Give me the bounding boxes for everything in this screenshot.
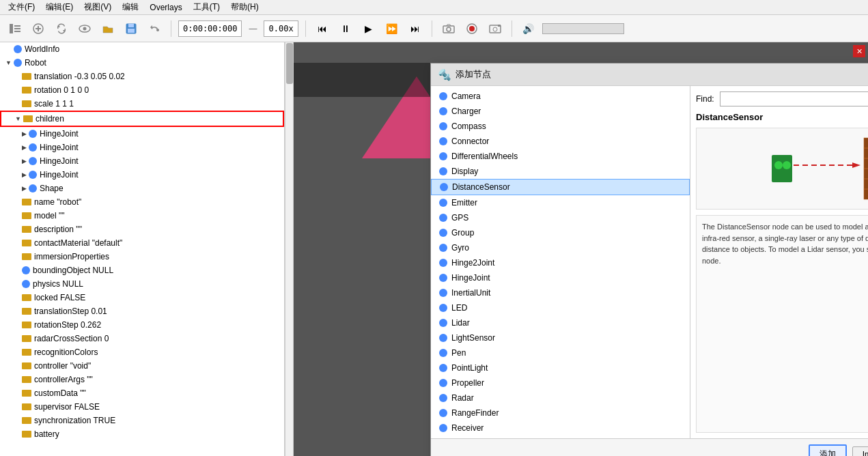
dialog-list-item[interactable]: Connector: [431, 134, 690, 149]
camera-button[interactable]: [439, 19, 458, 38]
menu-item-edit2[interactable]: 编辑: [122, 1, 139, 13]
tree-item-2[interactable]: translation -0.3 0.05 0.02: [0, 70, 284, 83]
tree-label: controllerArgs "": [34, 375, 93, 384]
tree-item-27[interactable]: synchronization TRUE: [0, 414, 284, 427]
dialog-list-item[interactable]: InertialUnit: [431, 285, 690, 300]
tree-arrow: ▶: [22, 171, 27, 178]
save-button[interactable]: [122, 19, 141, 38]
scrollbar-thumb[interactable]: [286, 43, 293, 84]
menu-item-edit[interactable]: 编辑(E): [46, 1, 73, 13]
dialog-body: CameraChargerCompassConnectorDifferentia…: [431, 86, 868, 438]
dialog-list-item[interactable]: Emitter: [431, 195, 690, 210]
tree-item-14[interactable]: contactMaterial "default": [0, 236, 284, 250]
tree-item-9[interactable]: ▶HingeJoint: [0, 168, 284, 182]
menu-item-file[interactable]: 文件(F): [8, 1, 35, 13]
find-input[interactable]: [720, 91, 868, 106]
dialog-list-item[interactable]: GPS: [431, 210, 690, 225]
menu-item-view[interactable]: 视图(V): [84, 1, 111, 13]
step-back-button[interactable]: ⏮: [313, 19, 332, 38]
fast-forward-button[interactable]: ⏩: [382, 19, 402, 38]
sidebar-toggle-button[interactable]: [5, 19, 25, 38]
list-icon: [439, 319, 447, 327]
scene-tree-panel: WorldInfo▼Robottranslation -0.3 0.05 0.0…: [0, 42, 294, 456]
menu-item-overlays[interactable]: Overlays: [150, 3, 182, 12]
refresh-button[interactable]: [52, 19, 71, 38]
tree-item-4[interactable]: scale 1 1 1: [0, 97, 284, 111]
tree-icon-folder: [23, 115, 33, 122]
dialog-list-item[interactable]: Pen: [431, 345, 690, 360]
menu-item-tools[interactable]: 工具(T): [193, 1, 220, 13]
tree-item-26[interactable]: supervisor FALSE: [0, 400, 284, 414]
tree-item-7[interactable]: ▶HingeJoint: [0, 141, 284, 154]
tree-item-5[interactable]: ▼children: [0, 111, 284, 127]
tree-item-20[interactable]: rotationStep 0.262: [0, 318, 284, 332]
dialog-list-item[interactable]: Propeller: [431, 375, 690, 390]
tree-item-10[interactable]: ▶Shape: [0, 182, 284, 195]
tree-icon-folder: [22, 308, 31, 315]
screenshot-button[interactable]: [486, 19, 505, 38]
tree-item-17[interactable]: physics NULL: [0, 277, 284, 291]
dialog-list-item[interactable]: LightSensor: [431, 330, 690, 345]
dialog-list-item[interactable]: Lidar: [431, 315, 690, 330]
dialog-list-item[interactable]: PointLight: [431, 360, 690, 375]
dialog-list-item[interactable]: HingeJoint: [431, 270, 690, 285]
tree-item-16[interactable]: boundingObject NULL: [0, 263, 284, 277]
tree-item-22[interactable]: recognitionColors: [0, 345, 284, 359]
tree-item-19[interactable]: translationStep 0.01: [0, 304, 284, 318]
dialog-list-item[interactable]: Compass: [431, 119, 690, 134]
tree-icon-folder: [22, 226, 31, 233]
record-button[interactable]: [462, 19, 481, 38]
tree-label: HingeJoint: [40, 170, 79, 180]
tree-item-13[interactable]: description "": [0, 223, 284, 236]
tree-item-12[interactable]: model "": [0, 209, 284, 223]
volume-button[interactable]: 🔊: [519, 19, 538, 38]
dialog-list-item[interactable]: DifferentialWheels: [431, 149, 690, 164]
dialog-list-item[interactable]: LED: [431, 300, 690, 315]
tree-scrollbar[interactable]: [285, 42, 293, 456]
tree-item-3[interactable]: rotation 0 1 0 0: [0, 83, 284, 97]
tree-item-24[interactable]: controllerArgs "": [0, 373, 284, 386]
tree-item-15[interactable]: immersionProperties: [0, 250, 284, 263]
tree-item-23[interactable]: controller "void": [0, 359, 284, 373]
dialog-list-item[interactable]: Display: [431, 164, 690, 179]
menu-item-help[interactable]: 帮助(H): [231, 1, 259, 13]
dialog-list-item[interactable]: Group: [431, 225, 690, 240]
dialog-list-item[interactable]: Radar: [431, 390, 690, 405]
add-node-button[interactable]: 添加: [809, 444, 847, 456]
dialog-list-item[interactable]: Hinge2Joint: [431, 255, 690, 270]
tree-item-21[interactable]: radarCrossSection 0: [0, 332, 284, 345]
dialog-list-item[interactable]: RangeFinder: [431, 405, 690, 421]
tree-item-1[interactable]: ▼Robot: [0, 56, 284, 70]
import-button[interactable]: Import...: [852, 446, 868, 457]
dialog-title-area: 🔩 添加节点: [438, 68, 491, 81]
dialog-list-item[interactable]: Camera: [431, 89, 690, 104]
play-button[interactable]: ▶: [359, 19, 378, 38]
dialog-list-item[interactable]: Gyro: [431, 240, 690, 255]
svg-point-24: [774, 161, 783, 169]
dialog-list-item[interactable]: Charger: [431, 104, 690, 119]
tree-item-28[interactable]: battery: [0, 427, 284, 441]
add-button[interactable]: [29, 19, 48, 38]
tree-icon-folder: [22, 349, 31, 356]
pause-button[interactable]: ⏸: [336, 19, 355, 38]
tree-item-25[interactable]: customData "": [0, 386, 284, 400]
progress-bar[interactable]: [542, 23, 624, 34]
list-icon: [439, 137, 447, 145]
svg-point-25: [783, 161, 791, 169]
tree-label: boundingObject NULL: [33, 266, 113, 275]
tree-label: translation -0.3 0.05 0.02: [34, 72, 125, 81]
tree-item-6[interactable]: ▶HingeJoint: [0, 127, 284, 141]
tree-item-0[interactable]: WorldInfo: [0, 42, 284, 56]
list-item-label: Emitter: [451, 198, 477, 208]
tree-item-11[interactable]: name "robot": [0, 195, 284, 209]
tree-item-18[interactable]: locked FALSE: [0, 291, 284, 304]
eye-button[interactable]: [75, 19, 94, 38]
undo-button[interactable]: [145, 19, 164, 38]
dialog-list-item[interactable]: DistanceSensor: [431, 179, 690, 195]
tree-label: translationStep 0.01: [34, 307, 107, 316]
viewport[interactable]: ✕ 🔩 添加节点: [294, 42, 868, 456]
tree-item-8[interactable]: ▶HingeJoint: [0, 154, 284, 168]
open-button[interactable]: [98, 19, 117, 38]
dialog-list-item[interactable]: Receiver: [431, 421, 690, 436]
fast-forward2-button[interactable]: ⏭: [406, 19, 425, 38]
